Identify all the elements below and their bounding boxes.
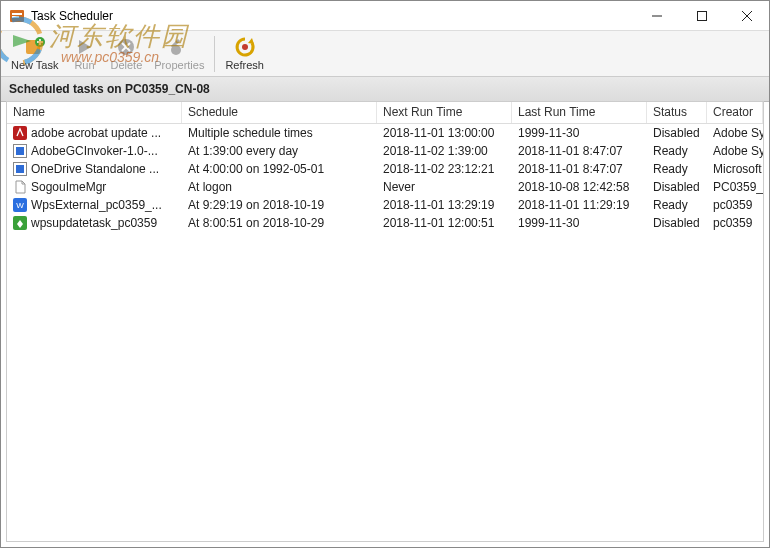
cell-creator: Adobe Syste...	[707, 143, 763, 159]
col-status[interactable]: Status	[647, 102, 707, 123]
cell-creator: Microsoft Cor...	[707, 161, 763, 177]
svg-marker-17	[248, 38, 254, 44]
cell-name-text: SogouImeMgr	[31, 180, 106, 194]
cell-nextrun: 2018-11-01 12:00:51	[377, 215, 512, 231]
delete-label: Delete	[110, 59, 142, 71]
new-task-label: New Task	[11, 59, 58, 71]
table-row[interactable]: OneDrive Standalone ...At 4:00:00 on 199…	[7, 160, 763, 178]
svg-rect-23	[16, 165, 24, 173]
table-header: Name Schedule Next Run Time Last Run Tim…	[7, 102, 763, 124]
col-nextrun[interactable]: Next Run Time	[377, 102, 512, 123]
cell-status: Disabled	[647, 125, 707, 141]
svg-rect-2	[12, 16, 19, 18]
cell-status: Ready	[647, 197, 707, 213]
file-icon	[13, 180, 27, 194]
cell-name: wpsupdatetask_pc0359	[7, 215, 182, 231]
run-label: Run	[74, 59, 94, 71]
svg-text:W: W	[16, 201, 24, 210]
app-blue-icon	[13, 144, 27, 158]
table-row[interactable]: SogouImeMgrAt logonNever2018-10-08 12:42…	[7, 178, 763, 196]
properties-button: Properties	[148, 33, 210, 75]
cell-status: Disabled	[647, 215, 707, 231]
col-name[interactable]: Name	[7, 102, 182, 123]
cell-status: Ready	[647, 161, 707, 177]
cell-lastrun: 2018-11-01 8:47:07	[512, 143, 647, 159]
cell-nextrun: 2018-11-01 13:00:00	[377, 125, 512, 141]
cell-creator: PC0359_CN-...	[707, 179, 763, 195]
wps-blue-icon: W	[13, 198, 27, 212]
cell-name-text: wpsupdatetask_pc0359	[31, 216, 157, 230]
refresh-button[interactable]: Refresh	[219, 33, 270, 75]
col-creator[interactable]: Creator	[707, 102, 763, 123]
maximize-button[interactable]	[679, 1, 724, 30]
toolbar-separator	[214, 36, 215, 72]
app-icon	[9, 8, 25, 24]
refresh-icon	[234, 36, 256, 58]
cell-lastrun: 2018-11-01 11:29:19	[512, 197, 647, 213]
cell-schedule: At 1:39:00 every day	[182, 143, 377, 159]
cell-nextrun: Never	[377, 179, 512, 195]
delete-icon	[115, 36, 137, 58]
window-title: Task Scheduler	[31, 9, 113, 23]
table-row[interactable]: AdobeGCInvoker-1.0-...At 1:39:00 every d…	[7, 142, 763, 160]
cell-name-text: AdobeGCInvoker-1.0-...	[31, 144, 158, 158]
cell-status: Disabled	[647, 179, 707, 195]
delete-button: Delete	[104, 33, 148, 75]
properties-icon	[168, 36, 190, 58]
cell-creator: pc0359	[707, 215, 763, 231]
cell-lastrun: 1999-11-30	[512, 215, 647, 231]
refresh-label: Refresh	[225, 59, 264, 71]
properties-label: Properties	[154, 59, 204, 71]
close-button[interactable]	[724, 1, 769, 30]
cell-name: OneDrive Standalone ...	[7, 161, 182, 177]
run-button: Run	[64, 33, 104, 75]
table-row[interactable]: adobe acrobat update ...Multiple schedul…	[7, 124, 763, 142]
task-table: Name Schedule Next Run Time Last Run Tim…	[6, 101, 764, 542]
svg-rect-1	[12, 13, 22, 15]
cell-schedule: Multiple schedule times	[182, 125, 377, 141]
cell-creator: pc0359	[707, 197, 763, 213]
cell-lastrun: 1999-11-30	[512, 125, 647, 141]
acrobat-icon	[13, 126, 27, 140]
cell-name: AdobeGCInvoker-1.0-...	[7, 143, 182, 159]
minimize-button[interactable]	[634, 1, 679, 30]
window-controls	[634, 1, 769, 30]
table-body: adobe acrobat update ...Multiple schedul…	[7, 124, 763, 232]
cell-name: adobe acrobat update ...	[7, 125, 182, 141]
cell-nextrun: 2018-11-02 1:39:00	[377, 143, 512, 159]
cell-name-text: adobe acrobat update ...	[31, 126, 161, 140]
svg-point-18	[242, 44, 248, 50]
col-lastrun[interactable]: Last Run Time	[512, 102, 647, 123]
svg-rect-4	[697, 11, 706, 20]
table-row[interactable]: WWpsExternal_pc0359_...At 9:29:19 on 201…	[7, 196, 763, 214]
section-header: Scheduled tasks on PC0359_CN-08	[1, 77, 769, 102]
cell-name: SogouImeMgr	[7, 179, 182, 195]
cell-lastrun: 2018-11-01 8:47:07	[512, 161, 647, 177]
cell-name: WWpsExternal_pc0359_...	[7, 197, 182, 213]
table-row[interactable]: wpsupdatetask_pc0359At 8:00:51 on 2018-1…	[7, 214, 763, 232]
cell-schedule: At 4:00:00 on 1992-05-01	[182, 161, 377, 177]
run-icon	[73, 36, 95, 58]
titlebar: Task Scheduler	[1, 1, 769, 31]
toolbar: New Task Run Delete Properties Refresh	[1, 31, 769, 77]
cell-status: Ready	[647, 143, 707, 159]
new-task-button[interactable]: New Task	[5, 33, 64, 75]
cell-nextrun: 2018-11-01 13:29:19	[377, 197, 512, 213]
cell-nextrun: 2018-11-02 23:12:21	[377, 161, 512, 177]
svg-marker-11	[79, 40, 91, 54]
col-schedule[interactable]: Schedule	[182, 102, 377, 123]
cell-name-text: WpsExternal_pc0359_...	[31, 198, 162, 212]
cell-schedule: At 8:00:51 on 2018-10-29	[182, 215, 377, 231]
cell-schedule: At 9:29:19 on 2018-10-19	[182, 197, 377, 213]
cell-schedule: At logon	[182, 179, 377, 195]
wps-green-icon	[13, 216, 27, 230]
app-blue-icon	[13, 162, 27, 176]
cell-creator: Adobe Syste...	[707, 125, 763, 141]
cell-lastrun: 2018-10-08 12:42:58	[512, 179, 647, 195]
svg-rect-21	[16, 147, 24, 155]
cell-name-text: OneDrive Standalone ...	[31, 162, 159, 176]
new-task-icon	[24, 36, 46, 58]
